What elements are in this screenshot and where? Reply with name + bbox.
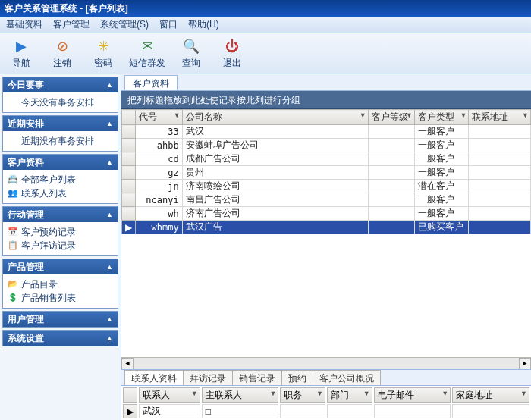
menu-item[interactable]: 基础资料 [6, 18, 42, 31]
cell[interactable] [368, 166, 414, 180]
bottom-tab[interactable]: 预约 [281, 370, 313, 385]
menu-item[interactable]: 客户管理 [53, 18, 90, 31]
cell[interactable] [469, 139, 531, 152]
customer-grid[interactable]: 代号▼公司名称▼客户等级▼客户类型▼联系地址▼ 33武汉一般客户ahbb安徽蚌埠… [121, 109, 531, 234]
contact-subgrid[interactable]: 联系人▼主联系人▼职务▼部门▼电子邮件▼家庭地址▼ ▶武汉□ [121, 386, 531, 420]
cell[interactable] [368, 207, 414, 221]
toolbar-button[interactable]: ▶导航 [6, 37, 36, 70]
column-header[interactable]: 联系地址▼ [469, 110, 531, 125]
cell[interactable] [469, 152, 531, 166]
cell[interactable] [374, 404, 451, 418]
cell[interactable]: 已购买客户 [414, 221, 468, 234]
cell[interactable] [368, 180, 414, 193]
dropdown-icon[interactable]: ▼ [191, 390, 198, 397]
cell[interactable] [368, 221, 414, 234]
table-row[interactable]: 33武汉一般客户 [122, 125, 531, 139]
column-header[interactable]: 客户等级▼ [368, 110, 414, 125]
dropdown-icon[interactable]: ▼ [520, 390, 527, 397]
panel-header[interactable]: 系统设置▲ [3, 331, 118, 346]
table-row[interactable]: cd成都广告公司一般客户 [122, 152, 531, 166]
column-header[interactable]: 客户类型▼ [414, 110, 468, 125]
toolbar-button[interactable]: ⏻退出 [217, 37, 247, 70]
cell[interactable]: gz [136, 166, 182, 180]
cell[interactable]: 武汉 [139, 404, 200, 418]
cell[interactable]: 一般客户 [414, 207, 468, 221]
sidebar-item[interactable]: 👥联系人列表 [8, 186, 113, 200]
sidebar-item[interactable]: 今天没有事务安排 [8, 96, 113, 109]
bottom-tab[interactable]: 客户公司概况 [313, 370, 381, 385]
cell[interactable]: 武汉 [182, 125, 368, 139]
cell[interactable]: 济南广告公司 [182, 207, 368, 221]
cell[interactable]: 济南喷绘公司 [182, 180, 368, 193]
table-row[interactable]: gz贵州一般客户 [122, 166, 531, 180]
table-row[interactable]: wh济南广告公司一般客户 [122, 207, 531, 221]
scroll-left-arrow[interactable]: ◄ [121, 358, 134, 370]
panel-header[interactable]: 今日要事▲ [3, 77, 118, 92]
sidebar-item[interactable]: 📋客户拜访记录 [8, 239, 113, 252]
dropdown-icon[interactable]: ▼ [269, 390, 276, 397]
cell[interactable] [368, 152, 414, 166]
cell[interactable]: 安徽蚌埠广告公司 [182, 139, 368, 152]
cell[interactable] [469, 221, 531, 234]
cell[interactable]: 一般客户 [414, 125, 468, 139]
table-row[interactable]: ahbb安徽蚌埠广告公司一般客户 [122, 139, 531, 152]
cell[interactable] [452, 404, 529, 418]
cell[interactable]: □ [202, 404, 279, 418]
column-header[interactable]: 部门▼ [327, 387, 372, 403]
dropdown-icon[interactable]: ▼ [316, 390, 323, 397]
column-header[interactable]: 公司名称▼ [182, 110, 368, 125]
bottom-tab[interactable]: 拜访记录 [183, 370, 233, 385]
sidebar-item[interactable]: 📂产品目录 [8, 277, 113, 291]
cell[interactable] [469, 207, 531, 221]
sidebar-item[interactable]: 📇全部客户列表 [8, 173, 113, 186]
cell[interactable]: 南昌广告公司 [182, 193, 368, 207]
cell[interactable]: 一般客户 [414, 193, 468, 207]
panel-header[interactable]: 产品管理▲ [3, 259, 118, 274]
cell[interactable]: jn [136, 180, 182, 193]
toolbar-button[interactable]: 🔍查询 [176, 37, 206, 70]
cell[interactable] [469, 193, 531, 207]
toolbar-button[interactable]: ⊘注销 [47, 37, 77, 70]
table-row[interactable]: ncanyi南昌广告公司一般客户 [122, 193, 531, 207]
cell[interactable] [469, 180, 531, 193]
table-row[interactable]: ▶whmmy武汉广告已购买客户 [122, 221, 531, 234]
panel-header[interactable]: 用户管理▲ [3, 312, 118, 327]
dropdown-icon[interactable]: ▼ [522, 111, 529, 119]
horizontal-scrollbar[interactable]: ◄ ► [121, 357, 531, 369]
tab-customer-info[interactable]: 客户资料 [124, 75, 178, 90]
scroll-right-arrow[interactable]: ► [519, 358, 531, 370]
table-row[interactable]: jn济南喷绘公司潜在客户 [122, 180, 531, 193]
dropdown-icon[interactable]: ▼ [406, 111, 413, 119]
cell[interactable]: 一般客户 [414, 166, 468, 180]
cell[interactable]: wh [136, 207, 182, 221]
bottom-tab[interactable]: 销售记录 [232, 370, 282, 385]
menu-item[interactable]: 窗口 [159, 18, 178, 31]
column-header[interactable]: 代号▼ [136, 110, 182, 125]
panel-header[interactable]: 客户资料▲ [3, 155, 118, 170]
cell[interactable]: whmmy [136, 221, 182, 234]
dropdown-icon[interactable]: ▼ [460, 111, 467, 119]
dropdown-icon[interactable]: ▼ [360, 111, 366, 119]
toolbar-button[interactable]: ✉短信群发 [129, 37, 165, 70]
menu-item[interactable]: 帮助(H) [188, 18, 219, 31]
menu-item[interactable]: 系统管理(S) [100, 18, 149, 31]
cell[interactable]: ahbb [136, 139, 182, 152]
dropdown-icon[interactable]: ▼ [174, 111, 181, 119]
cell[interactable]: 潜在客户 [414, 180, 468, 193]
dropdown-icon[interactable]: ▼ [363, 390, 370, 397]
cell[interactable]: 成都广告公司 [182, 152, 368, 166]
cell[interactable] [368, 125, 414, 139]
cell[interactable]: 武汉广告 [182, 221, 368, 234]
column-header[interactable]: 主联系人▼ [202, 387, 279, 403]
cell[interactable] [368, 139, 414, 152]
cell[interactable]: 一般客户 [414, 139, 468, 152]
cell[interactable] [327, 404, 372, 418]
cell[interactable]: 一般客户 [414, 152, 468, 166]
cell[interactable]: 贵州 [182, 166, 368, 180]
sidebar-item[interactable]: 💲产品销售列表 [8, 291, 113, 305]
cell[interactable] [469, 166, 531, 180]
cell[interactable]: cd [136, 152, 182, 166]
cell[interactable] [280, 404, 325, 418]
panel-header[interactable]: 行动管理▲ [3, 207, 118, 222]
cell[interactable] [469, 125, 531, 139]
